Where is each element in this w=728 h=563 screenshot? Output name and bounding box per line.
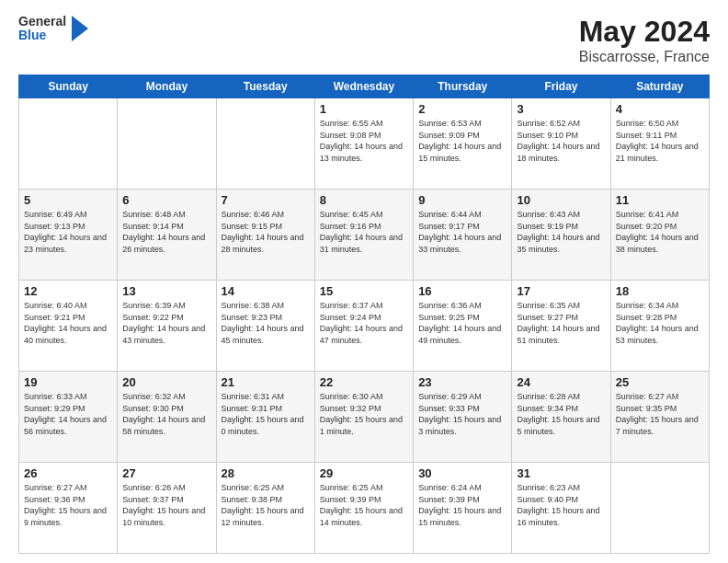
- calendar-cell-1-2: 7Sunrise: 6:46 AM Sunset: 9:15 PM Daylig…: [216, 190, 314, 281]
- day-number: 22: [320, 375, 408, 389]
- day-number: 6: [122, 193, 210, 207]
- day-info: Sunrise: 6:31 AM Sunset: 9:31 PM Dayligh…: [222, 391, 310, 437]
- week-row-1: 5Sunrise: 6:49 AM Sunset: 9:13 PM Daylig…: [19, 190, 710, 281]
- calendar-cell-3-5: 24Sunrise: 6:28 AM Sunset: 9:34 PM Dayli…: [512, 372, 610, 463]
- calendar-cell-0-5: 3Sunrise: 6:52 AM Sunset: 9:10 PM Daylig…: [512, 98, 610, 190]
- day-info: Sunrise: 6:23 AM Sunset: 9:40 PM Dayligh…: [517, 482, 605, 528]
- day-number: 12: [24, 284, 112, 298]
- day-info: Sunrise: 6:50 AM Sunset: 9:11 PM Dayligh…: [616, 118, 704, 164]
- day-info: Sunrise: 6:46 AM Sunset: 9:15 PM Dayligh…: [222, 209, 310, 255]
- day-number: 24: [517, 375, 605, 389]
- calendar-cell-0-4: 2Sunrise: 6:53 AM Sunset: 9:09 PM Daylig…: [414, 98, 512, 190]
- col-sunday: Sunday: [19, 75, 118, 98]
- day-number: 31: [517, 466, 605, 480]
- calendar-cell-1-0: 5Sunrise: 6:49 AM Sunset: 9:13 PM Daylig…: [19, 190, 118, 281]
- col-monday: Monday: [118, 75, 216, 98]
- calendar-cell-1-3: 8Sunrise: 6:45 AM Sunset: 9:16 PM Daylig…: [314, 190, 413, 281]
- calendar-cell-3-1: 20Sunrise: 6:32 AM Sunset: 9:30 PM Dayli…: [118, 372, 216, 463]
- day-info: Sunrise: 6:32 AM Sunset: 9:30 PM Dayligh…: [122, 391, 210, 437]
- day-info: Sunrise: 6:52 AM Sunset: 9:10 PM Dayligh…: [517, 118, 605, 164]
- day-info: Sunrise: 6:37 AM Sunset: 9:24 PM Dayligh…: [320, 300, 408, 346]
- day-info: Sunrise: 6:48 AM Sunset: 9:14 PM Dayligh…: [122, 209, 210, 255]
- calendar-cell-4-3: 29Sunrise: 6:25 AM Sunset: 9:39 PM Dayli…: [314, 463, 413, 554]
- title-block: May 2024 Biscarrosse, France: [579, 15, 710, 65]
- day-info: Sunrise: 6:24 AM Sunset: 9:39 PM Dayligh…: [418, 482, 506, 528]
- day-info: Sunrise: 6:40 AM Sunset: 9:21 PM Dayligh…: [24, 300, 112, 346]
- calendar-cell-4-6: [610, 463, 709, 554]
- calendar-cell-3-6: 25Sunrise: 6:27 AM Sunset: 9:35 PM Dayli…: [610, 372, 709, 463]
- day-number: 16: [418, 284, 506, 298]
- calendar-cell-3-4: 23Sunrise: 6:29 AM Sunset: 9:33 PM Dayli…: [414, 372, 512, 463]
- day-number: 17: [517, 284, 605, 298]
- day-number: 30: [418, 466, 506, 480]
- calendar-cell-2-1: 13Sunrise: 6:39 AM Sunset: 9:22 PM Dayli…: [118, 281, 216, 372]
- logo-arrow-icon: [72, 16, 88, 41]
- day-number: 4: [616, 102, 704, 116]
- calendar-cell-4-2: 28Sunrise: 6:25 AM Sunset: 9:38 PM Dayli…: [216, 463, 314, 554]
- day-number: 29: [320, 466, 408, 480]
- calendar-cell-4-4: 30Sunrise: 6:24 AM Sunset: 9:39 PM Dayli…: [414, 463, 512, 554]
- week-row-2: 12Sunrise: 6:40 AM Sunset: 9:21 PM Dayli…: [19, 281, 710, 372]
- col-saturday: Saturday: [610, 75, 709, 98]
- calendar-cell-3-2: 21Sunrise: 6:31 AM Sunset: 9:31 PM Dayli…: [216, 372, 314, 463]
- logo: General Blue: [18, 15, 88, 43]
- logo-text: General Blue: [18, 15, 66, 43]
- calendar-cell-1-4: 9Sunrise: 6:44 AM Sunset: 9:17 PM Daylig…: [414, 190, 512, 281]
- day-info: Sunrise: 6:28 AM Sunset: 9:34 PM Dayligh…: [517, 391, 605, 437]
- day-number: 27: [122, 466, 210, 480]
- day-info: Sunrise: 6:43 AM Sunset: 9:19 PM Dayligh…: [517, 209, 605, 255]
- day-number: 9: [418, 193, 506, 207]
- day-info: Sunrise: 6:39 AM Sunset: 9:22 PM Dayligh…: [122, 300, 210, 346]
- day-info: Sunrise: 6:33 AM Sunset: 9:29 PM Dayligh…: [24, 391, 112, 437]
- calendar-cell-1-6: 11Sunrise: 6:41 AM Sunset: 9:20 PM Dayli…: [610, 190, 709, 281]
- calendar-cell-0-3: 1Sunrise: 6:55 AM Sunset: 9:08 PM Daylig…: [314, 98, 413, 190]
- logo-general: General: [18, 15, 66, 29]
- col-tuesday: Tuesday: [216, 75, 314, 98]
- week-row-0: 1Sunrise: 6:55 AM Sunset: 9:08 PM Daylig…: [19, 98, 710, 190]
- day-number: 26: [24, 466, 112, 480]
- calendar-cell-3-3: 22Sunrise: 6:30 AM Sunset: 9:32 PM Dayli…: [314, 372, 413, 463]
- calendar-cell-0-2: [216, 98, 314, 190]
- day-number: 1: [320, 102, 408, 116]
- calendar-cell-3-0: 19Sunrise: 6:33 AM Sunset: 9:29 PM Dayli…: [19, 372, 118, 463]
- logo-blue: Blue: [18, 29, 66, 42]
- day-info: Sunrise: 6:25 AM Sunset: 9:39 PM Dayligh…: [320, 482, 408, 528]
- calendar-cell-2-3: 15Sunrise: 6:37 AM Sunset: 9:24 PM Dayli…: [314, 281, 413, 372]
- header: General Blue May 2024 Biscarrosse, Franc…: [18, 15, 710, 65]
- day-number: 23: [418, 375, 506, 389]
- day-info: Sunrise: 6:35 AM Sunset: 9:27 PM Dayligh…: [517, 300, 605, 346]
- col-friday: Friday: [512, 75, 610, 98]
- calendar-cell-0-6: 4Sunrise: 6:50 AM Sunset: 9:11 PM Daylig…: [610, 98, 709, 190]
- calendar-cell-4-0: 26Sunrise: 6:27 AM Sunset: 9:36 PM Dayli…: [19, 463, 118, 554]
- day-info: Sunrise: 6:41 AM Sunset: 9:20 PM Dayligh…: [616, 209, 704, 255]
- day-number: 2: [418, 102, 506, 116]
- day-info: Sunrise: 6:38 AM Sunset: 9:23 PM Dayligh…: [222, 300, 310, 346]
- week-row-4: 26Sunrise: 6:27 AM Sunset: 9:36 PM Dayli…: [19, 463, 710, 554]
- day-info: Sunrise: 6:49 AM Sunset: 9:13 PM Dayligh…: [24, 209, 112, 255]
- calendar-cell-2-2: 14Sunrise: 6:38 AM Sunset: 9:23 PM Dayli…: [216, 281, 314, 372]
- day-info: Sunrise: 6:27 AM Sunset: 9:35 PM Dayligh…: [616, 391, 704, 437]
- day-number: 3: [517, 102, 605, 116]
- calendar-cell-0-1: [118, 98, 216, 190]
- day-info: Sunrise: 6:36 AM Sunset: 9:25 PM Dayligh…: [418, 300, 506, 346]
- calendar-table: Sunday Monday Tuesday Wednesday Thursday…: [18, 75, 710, 554]
- calendar-cell-1-1: 6Sunrise: 6:48 AM Sunset: 9:14 PM Daylig…: [118, 190, 216, 281]
- day-number: 25: [616, 375, 704, 389]
- day-number: 5: [24, 193, 112, 207]
- day-number: 13: [122, 284, 210, 298]
- day-info: Sunrise: 6:26 AM Sunset: 9:37 PM Dayligh…: [122, 482, 210, 528]
- calendar-cell-0-0: [19, 98, 118, 190]
- calendar-cell-1-5: 10Sunrise: 6:43 AM Sunset: 9:19 PM Dayli…: [512, 190, 610, 281]
- calendar-cell-2-0: 12Sunrise: 6:40 AM Sunset: 9:21 PM Dayli…: [19, 281, 118, 372]
- day-number: 28: [222, 466, 310, 480]
- calendar-cell-2-5: 17Sunrise: 6:35 AM Sunset: 9:27 PM Dayli…: [512, 281, 610, 372]
- day-info: Sunrise: 6:29 AM Sunset: 9:33 PM Dayligh…: [418, 391, 506, 437]
- calendar-header-row: Sunday Monday Tuesday Wednesday Thursday…: [19, 75, 710, 98]
- day-info: Sunrise: 6:27 AM Sunset: 9:36 PM Dayligh…: [24, 482, 112, 528]
- day-info: Sunrise: 6:44 AM Sunset: 9:17 PM Dayligh…: [418, 209, 506, 255]
- day-info: Sunrise: 6:55 AM Sunset: 9:08 PM Dayligh…: [320, 118, 408, 164]
- calendar-cell-2-4: 16Sunrise: 6:36 AM Sunset: 9:25 PM Dayli…: [414, 281, 512, 372]
- day-number: 15: [320, 284, 408, 298]
- day-number: 8: [320, 193, 408, 207]
- day-number: 11: [616, 193, 704, 207]
